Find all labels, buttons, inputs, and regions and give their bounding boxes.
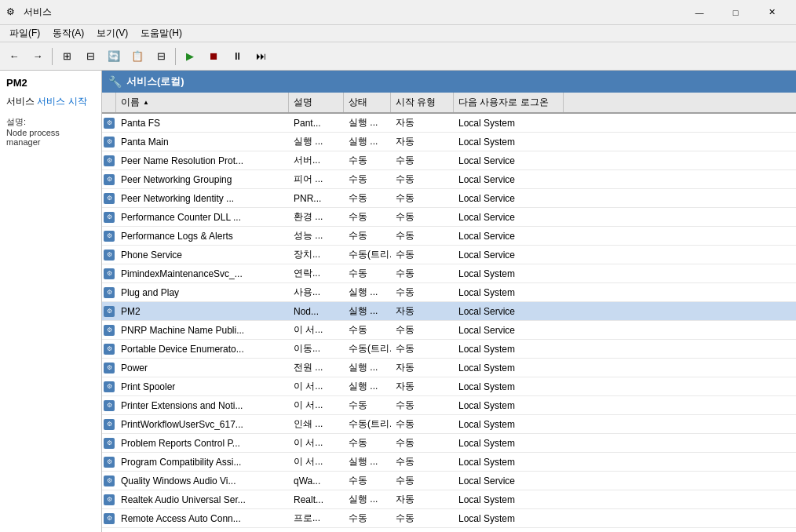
row-status: 실행 ... bbox=[344, 528, 391, 532]
row-logon: Local Service bbox=[454, 321, 564, 339]
row-logon: Local System bbox=[454, 509, 564, 527]
menu-help[interactable]: 도움말(H) bbox=[134, 25, 188, 42]
row-name: Peer Name Resolution Prot... bbox=[116, 151, 289, 169]
table-row[interactable]: ⚙PM2Nod...실행 ...자동Local Service bbox=[102, 302, 796, 321]
table-row[interactable]: ⚙Peer Name Resolution Prot...서버...수동수동Lo… bbox=[102, 151, 796, 170]
row-name: Remote Access Auto Conn... bbox=[116, 509, 289, 527]
services-table[interactable]: 이름 ▲ 설명 상태 시작 유형 다음 사용자로 로그온 ⚙Panta FSPa… bbox=[102, 93, 796, 532]
table-row[interactable]: ⚙Panta FSPant...실행 ...자동Local System bbox=[102, 114, 796, 133]
table-row[interactable]: ⚙Remote Access Auto Conn...프로...수동수동Loca… bbox=[102, 509, 796, 528]
toolbar-refresh[interactable]: 🔄 bbox=[103, 46, 125, 67]
row-icon: ⚙ bbox=[102, 509, 116, 527]
row-status: 실행 ... bbox=[344, 377, 391, 395]
row-name: Printer Extensions and Noti... bbox=[116, 396, 289, 414]
table-row[interactable]: ⚙Remote Access Connection...이 컴...실행 ...… bbox=[102, 528, 796, 532]
row-icon: ⚙ bbox=[102, 415, 116, 433]
row-desc: 사용... bbox=[289, 283, 344, 301]
col-status[interactable]: 상태 bbox=[344, 93, 391, 112]
table-row[interactable]: ⚙Program Compatibility Assi...이 서...실행 .… bbox=[102, 453, 796, 472]
col-logon[interactable]: 다음 사용자로 로그온 bbox=[454, 93, 564, 112]
menu-action[interactable]: 동작(A) bbox=[46, 25, 90, 42]
right-panel: 🔧 서비스(로컬) 이름 ▲ 설명 상태 시작 유형 다음 사용자로 로그온 ⚙… bbox=[102, 71, 796, 532]
row-icon: ⚙ bbox=[102, 340, 116, 358]
row-icon: ⚙ bbox=[102, 359, 116, 377]
toolbar-forward[interactable]: → bbox=[27, 46, 49, 67]
row-logon: Local System bbox=[454, 264, 564, 282]
row-logon: Local System bbox=[454, 359, 564, 377]
row-start: 수동 bbox=[391, 453, 454, 471]
menu-view[interactable]: 보기(V) bbox=[90, 25, 134, 42]
row-desc: 실행 ... bbox=[289, 133, 344, 151]
row-icon: ⚙ bbox=[102, 396, 116, 414]
table-row[interactable]: ⚙PNRP Machine Name Publi...이 서...수동수동Loc… bbox=[102, 321, 796, 340]
minimize-button[interactable]: — bbox=[681, 0, 717, 25]
row-name: Quality Windows Audio Vi... bbox=[116, 472, 289, 490]
table-row[interactable]: ⚙PrintWorkflowUserSvc_617...인쇄 ...수동(트리.… bbox=[102, 415, 796, 434]
window-title: 서비스 bbox=[24, 5, 681, 19]
table-row[interactable]: ⚙Portable Device Enumerato...이동...수동(트리.… bbox=[102, 340, 796, 359]
maximize-button[interactable]: □ bbox=[717, 0, 754, 25]
toolbar-stop[interactable]: ⏹ bbox=[203, 46, 225, 67]
table-row[interactable]: ⚙PimindexMaintenanceSvc_...연락...수동수동Loca… bbox=[102, 264, 796, 283]
col-start[interactable]: 시작 유형 bbox=[391, 93, 454, 112]
toolbar-play[interactable]: ▶ bbox=[179, 46, 201, 67]
row-status: 수동(트리... bbox=[344, 340, 391, 358]
row-status: 수동 bbox=[344, 472, 391, 490]
toolbar-properties[interactable]: ⊟ bbox=[150, 46, 172, 67]
row-start: 수동 bbox=[391, 264, 454, 282]
row-name: Panta FS bbox=[116, 114, 289, 132]
row-desc: Realt... bbox=[289, 490, 344, 508]
table-row[interactable]: ⚙Plug and Play사용...실행 ...수동Local System bbox=[102, 283, 796, 302]
close-button[interactable]: ✕ bbox=[754, 0, 790, 25]
table-row[interactable]: ⚙Printer Extensions and Noti...이 서...수동수… bbox=[102, 396, 796, 415]
table-row[interactable]: ⚙Print Spooler이 서...실행 ...자동Local System bbox=[102, 377, 796, 396]
row-desc: 전원 ... bbox=[289, 359, 344, 377]
toolbar-up[interactable]: ⊞ bbox=[56, 46, 78, 67]
toolbar-show[interactable]: ⊟ bbox=[79, 46, 101, 67]
row-status: 수동(트리... bbox=[344, 246, 391, 264]
row-status: 수동 bbox=[344, 227, 391, 245]
table-row[interactable]: ⚙Problem Reports Control P...이 서...수동수동L… bbox=[102, 434, 796, 453]
row-icon: ⚙ bbox=[102, 264, 116, 282]
table-row[interactable]: ⚙Quality Windows Audio Vi...qWa...수동수동Lo… bbox=[102, 472, 796, 490]
row-name: Print Spooler bbox=[116, 377, 289, 395]
table-row[interactable]: ⚙Power전원 ...실행 ...자동Local System bbox=[102, 359, 796, 377]
table-row[interactable]: ⚙Phone Service장치...수동(트리...수동Local Servi… bbox=[102, 246, 796, 264]
toolbar-export[interactable]: 📋 bbox=[126, 46, 148, 67]
sort-arrow: ▲ bbox=[143, 99, 149, 106]
row-icon: ⚙ bbox=[102, 490, 116, 508]
desc-label: 설명: bbox=[6, 117, 26, 126]
toolbar-restart[interactable]: ⏭ bbox=[250, 46, 272, 67]
row-desc: 환경 ... bbox=[289, 208, 344, 226]
table-row[interactable]: ⚙Performance Counter DLL ...환경 ...수동수동Lo… bbox=[102, 208, 796, 227]
row-start: 자동 bbox=[391, 377, 454, 395]
row-desc: 서버... bbox=[289, 151, 344, 169]
row-icon: ⚙ bbox=[102, 434, 116, 452]
row-desc: 연락... bbox=[289, 264, 344, 282]
window-controls: — □ ✕ bbox=[681, 0, 790, 25]
row-desc: 이 서... bbox=[289, 396, 344, 414]
table-row[interactable]: ⚙Peer Networking Grouping피어 ...수동수동Local… bbox=[102, 170, 796, 189]
service-start-link[interactable]: 서비스 시작 bbox=[37, 96, 86, 107]
table-row[interactable]: ⚙Realtek Audio Universal Ser...Realt...실… bbox=[102, 490, 796, 509]
table-row[interactable]: ⚙Performance Logs & Alerts성능 ...수동수동Loca… bbox=[102, 227, 796, 246]
row-name: Phone Service bbox=[116, 246, 289, 264]
toolbar-pause[interactable]: ⏸ bbox=[226, 46, 248, 67]
row-desc: qWa... bbox=[289, 472, 344, 490]
toolbar-sep2 bbox=[175, 48, 176, 65]
row-name: Performance Logs & Alerts bbox=[116, 227, 289, 245]
row-desc: Nod... bbox=[289, 302, 344, 320]
row-start: 수동 bbox=[391, 415, 454, 433]
row-desc: 이 서... bbox=[289, 377, 344, 395]
row-start: 자동 bbox=[391, 114, 454, 132]
toolbar-back[interactable]: ← bbox=[3, 46, 25, 67]
row-logon: Local Service bbox=[454, 189, 564, 207]
col-name[interactable]: 이름 ▲ bbox=[116, 93, 289, 112]
table-row[interactable]: ⚙Peer Networking Identity ...PNR...수동수동L… bbox=[102, 189, 796, 208]
menu-file[interactable]: 파일(F) bbox=[3, 25, 46, 42]
col-desc[interactable]: 설명 bbox=[289, 93, 344, 112]
row-start: 수동 bbox=[391, 151, 454, 169]
row-icon: ⚙ bbox=[102, 472, 116, 490]
row-desc: 프로... bbox=[289, 509, 344, 527]
table-row[interactable]: ⚙Panta Main실행 ...실행 ...자동Local System bbox=[102, 133, 796, 151]
